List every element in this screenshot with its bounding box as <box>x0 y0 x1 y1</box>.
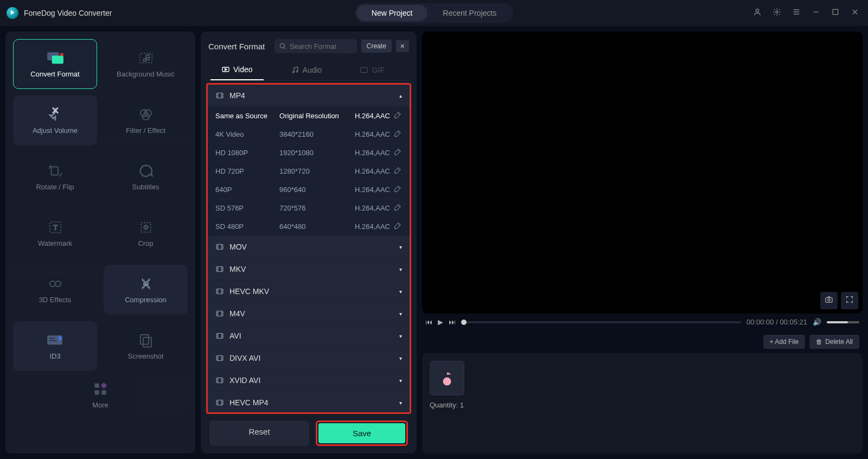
chevron-down-icon: ▾ <box>399 378 402 384</box>
create-button[interactable]: Create <box>361 40 392 53</box>
tool-adjust-volume[interactable]: Adjust Volume <box>13 95 97 145</box>
svg-point-32 <box>296 71 298 72</box>
svg-rect-42 <box>216 400 223 405</box>
format-option[interactable]: HD 1080P1920*1080H.264,AAC <box>208 144 410 162</box>
tool-id3[interactable]: ID3 <box>13 321 97 371</box>
svg-rect-38 <box>216 311 223 316</box>
format-option[interactable]: HD 720P1280*720H.264,AAC <box>208 162 410 181</box>
menu-icon[interactable] <box>790 5 803 21</box>
volume-icon[interactable]: 🔊 <box>813 318 821 326</box>
tool-screenshot[interactable]: Screenshot <box>104 321 188 371</box>
fullscreen-button[interactable] <box>841 292 858 309</box>
tool-rotate-flip[interactable]: Rotate / Flip <box>13 152 97 202</box>
tool-subtitles[interactable]: Subtitles <box>104 152 188 202</box>
window-actions <box>751 5 861 21</box>
filter-effect-icon <box>137 107 155 122</box>
save-button[interactable]: Save <box>318 423 405 443</box>
minimize-icon[interactable] <box>809 5 822 21</box>
music-note-icon <box>437 368 457 388</box>
prev-button[interactable]: ⏮ <box>425 318 432 326</box>
svg-rect-35 <box>216 244 223 249</box>
tab-new-project[interactable]: New Project <box>356 5 427 21</box>
svg-rect-37 <box>216 289 223 294</box>
tab-recent-projects[interactable]: Recent Projects <box>427 5 512 21</box>
svg-rect-23 <box>141 335 149 345</box>
settings-icon[interactable] <box>770 5 783 21</box>
format-option[interactable]: SD 480P640*480H.264,AAC <box>208 218 410 236</box>
format-group-m4v[interactable]: M4V▾ <box>208 303 410 325</box>
format-option[interactable]: 640P960*640H.264,AAC <box>208 181 410 199</box>
format-tab-video[interactable]: Video <box>210 60 264 80</box>
svg-rect-28 <box>101 390 106 394</box>
tool-more[interactable]: More <box>13 378 188 412</box>
snapshot-button[interactable] <box>820 292 838 309</box>
format-group-hevc-mp4[interactable]: HEVC MP4▾ <box>208 392 410 414</box>
volume-slider[interactable] <box>827 321 859 323</box>
edit-icon[interactable] <box>393 166 402 176</box>
chevron-down-icon: ▾ <box>399 244 402 250</box>
screenshot-icon <box>137 333 155 348</box>
progress-bar[interactable] <box>461 321 741 323</box>
trash-icon: 🗑 <box>816 338 822 346</box>
delete-all-button[interactable]: 🗑Delete All <box>809 335 859 349</box>
edit-icon[interactable] <box>393 203 402 213</box>
gif-icon <box>360 66 368 74</box>
media-area: Quantity: 1 <box>422 353 863 454</box>
chevron-up-icon: ▴ <box>399 93 402 99</box>
svg-rect-25 <box>95 383 99 387</box>
edit-icon[interactable] <box>393 129 402 139</box>
format-tab-gif[interactable]: GIF <box>349 60 395 80</box>
adjust-volume-icon <box>46 107 65 122</box>
tool-crop[interactable]: Crop <box>104 208 188 258</box>
tool-watermark[interactable]: TWatermark <box>13 208 97 258</box>
chevron-down-icon: ▾ <box>399 355 402 361</box>
format-group-mp4[interactable]: MP4▴ <box>208 85 410 107</box>
svg-rect-34 <box>216 93 223 98</box>
format-group-hevc-mkv[interactable]: HEVC MKV▾ <box>208 280 410 303</box>
next-button[interactable]: ⏭ <box>449 318 456 326</box>
reset-button[interactable]: Reset <box>209 420 309 446</box>
video-icon <box>221 65 230 74</box>
format-group-xvid-avi[interactable]: XVID AVI▾ <box>208 369 410 392</box>
app-logo-icon <box>7 7 18 19</box>
search-format-field[interactable] <box>275 39 357 53</box>
tool-convert-format[interactable]: Convert Format <box>13 39 97 89</box>
svg-rect-27 <box>95 390 99 394</box>
format-group-avi[interactable]: AVI▾ <box>208 325 410 347</box>
close-panel-button[interactable]: × <box>396 40 409 52</box>
media-thumb[interactable] <box>430 361 464 396</box>
add-file-button[interactable]: + Add File <box>763 335 806 349</box>
account-icon[interactable] <box>751 5 764 21</box>
tool-filter-effect[interactable]: Filter / Effect <box>104 95 188 145</box>
project-tabs: New Project Recent Projects <box>355 3 513 23</box>
quantity-label: Quantity: 1 <box>430 401 855 409</box>
play-button[interactable]: ▶ <box>438 318 443 326</box>
edit-icon[interactable] <box>393 221 402 232</box>
svg-point-0 <box>756 9 758 12</box>
tool-background-music[interactable]: Background Music <box>104 39 188 89</box>
format-option[interactable]: Same as SourceOriginal ResolutionH.264,A… <box>208 107 410 125</box>
format-option[interactable]: SD 576P720*576H.264,AAC <box>208 199 410 218</box>
format-tab-audio[interactable]: Audio <box>280 60 333 80</box>
format-option[interactable]: 4K Video3840*2160H.264,AAC <box>208 125 410 144</box>
svg-rect-40 <box>216 355 223 360</box>
svg-rect-22 <box>49 340 57 341</box>
maximize-icon[interactable] <box>829 5 842 21</box>
player-controls: ⏮ ▶ ⏭ 00:00:00 / 00:05:21 🔊 <box>422 318 863 326</box>
format-list[interactable]: MP4▴Same as SourceOriginal ResolutionH.2… <box>206 83 411 414</box>
convert-format-panel: Convert Format Create × Video Audio GIF … <box>201 31 417 454</box>
svg-text:T: T <box>53 224 58 232</box>
format-group-mkv[interactable]: MKV▾ <box>208 258 410 280</box>
svg-rect-5 <box>60 53 63 55</box>
edit-icon[interactable] <box>393 184 402 195</box>
tool-3d-effects[interactable]: 3D Effects <box>13 265 97 315</box>
close-icon[interactable] <box>848 5 861 21</box>
edit-icon[interactable] <box>393 111 402 121</box>
tool-compression[interactable]: Compression <box>104 265 188 315</box>
search-format-input[interactable] <box>290 42 353 50</box>
format-group-divx-avi[interactable]: DIVX AVI▾ <box>208 347 410 369</box>
edit-icon[interactable] <box>393 148 402 158</box>
svg-rect-36 <box>216 266 223 271</box>
titlebar: FoneDog Video Converter New Project Rece… <box>0 0 868 26</box>
format-group-mov[interactable]: MOV▾ <box>208 236 410 258</box>
